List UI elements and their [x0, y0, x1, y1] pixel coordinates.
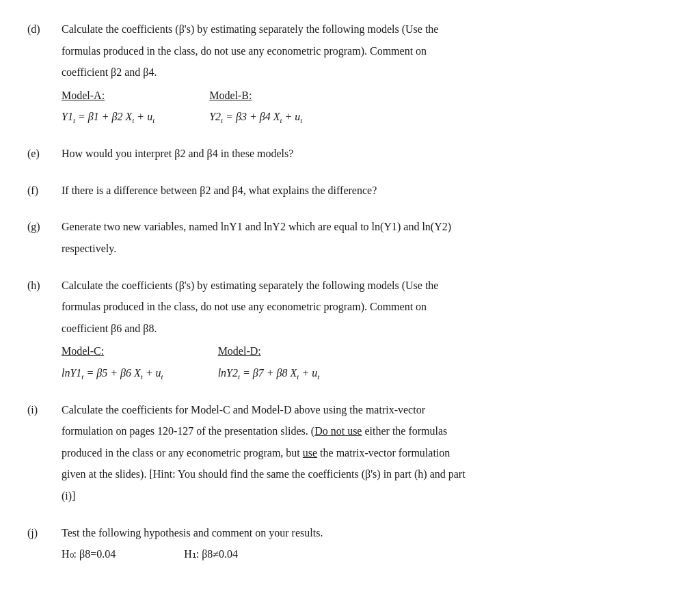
model-a-label: Model-A: — [62, 87, 154, 105]
question-g: (g) Generate two new variables, named ln… — [27, 218, 673, 261]
text-h2: formulas produced in the class, do not u… — [62, 298, 673, 316]
text-h3: coefficient β6 and β8. — [62, 320, 673, 338]
text-d2: formulas produced in the class, do not u… — [62, 42, 673, 60]
model-b-equation: Y2t = β3 + β4 Xt + ut — [209, 108, 302, 127]
content-h: Calculate the coefficients (β's) by esti… — [62, 277, 673, 386]
text-i2: formulation on pages 120-127 of the pres… — [62, 422, 673, 440]
content-e: How would you interpret β2 and β4 in the… — [62, 145, 673, 167]
text-i3: produced in the class or any econometric… — [62, 444, 673, 462]
model-c-col: Model-C: lnY1t = β5 + β6 Xt + ut — [62, 342, 163, 383]
text-i3-prefix: produced in the class or any econometric… — [62, 447, 303, 459]
label-f: (f) — [27, 182, 62, 204]
model-c-equation: lnY1t = β5 + β6 Xt + ut — [62, 364, 163, 383]
text-i4: given at the slides). [Hint: You should … — [62, 465, 673, 483]
model-d-equation: lnY2t = β7 + β8 Xt + ut — [218, 364, 320, 383]
text-i3-suffix: the matrix-vector formulation — [317, 447, 450, 459]
model-d-label: Model-D: — [218, 342, 320, 360]
text-i5: (i)] — [62, 487, 673, 505]
h0: H₀: β8=0.04 — [62, 545, 116, 563]
text-g1: Generate two new variables, named lnY1 a… — [62, 218, 673, 236]
label-d: (d) — [27, 21, 62, 130]
model-b-label: Model-B: — [209, 87, 302, 105]
question-i: (i) Calculate the coefficients for Model… — [27, 401, 673, 509]
model-a-equation: Y1t = β1 + β2 Xt + ut — [62, 108, 154, 127]
model-c-label: Model-C: — [62, 342, 163, 360]
question-f: (f) If there is a difference between β2 … — [27, 182, 673, 204]
content-i: Calculate the coefficients for Model-C a… — [62, 401, 673, 509]
h1: H₁: β8≠0.04 — [184, 545, 238, 563]
text-g2: respectively. — [62, 240, 673, 258]
question-j: (j) Test the following hypothesis and co… — [27, 524, 673, 563]
model-a-col: Model-A: Y1t = β1 + β2 Xt + ut — [62, 87, 154, 127]
text-e: How would you interpret β2 and β4 in the… — [62, 145, 673, 163]
content-g: Generate two new variables, named lnY1 a… — [62, 218, 673, 261]
model-b-col: Model-B: Y2t = β3 + β4 Xt + ut — [209, 87, 302, 127]
question-e: (e) How would you interpret β2 and β4 in… — [27, 145, 673, 167]
text-h1: Calculate the coefficients (β's) by esti… — [62, 277, 673, 295]
text-i2-underline: Do not use — [314, 425, 362, 437]
models-row-d: Model-A: Y1t = β1 + β2 Xt + ut Model-B: … — [62, 87, 673, 127]
label-i: (i) — [27, 401, 62, 509]
hypothesis-row: H₀: β8=0.04 H₁: β8≠0.04 — [62, 545, 673, 563]
text-j: Test the following hypothesis and commen… — [62, 524, 673, 542]
label-h: (h) — [27, 277, 62, 386]
text-i1: Calculate the coefficients for Model-C a… — [62, 401, 673, 419]
question-h: (h) Calculate the coefficients (β's) by … — [27, 277, 673, 386]
text-i3-underline: use — [303, 447, 317, 459]
model-d-col: Model-D: lnY2t = β7 + β8 Xt + ut — [218, 342, 320, 383]
question-d: (d) Calculate the coefficients (β's) by … — [27, 21, 673, 130]
label-g: (g) — [27, 218, 62, 261]
label-j: (j) — [27, 524, 62, 563]
text-d3: coefficient β2 and β4. — [62, 64, 673, 81]
text-i2-prefix: formulation on pages 120-127 of the pres… — [62, 425, 314, 437]
content-j: Test the following hypothesis and commen… — [62, 524, 673, 563]
label-e: (e) — [27, 145, 62, 167]
content-f: If there is a difference between β2 and … — [62, 182, 673, 204]
text-f: If there is a difference between β2 and … — [62, 182, 673, 200]
models-row-h: Model-C: lnY1t = β5 + β6 Xt + ut Model-D… — [62, 342, 673, 383]
content-d: Calculate the coefficients (β's) by esti… — [62, 21, 673, 130]
text-i2-suffix: either the formulas — [362, 425, 447, 437]
text-d1: Calculate the coefficients (β's) by esti… — [62, 21, 673, 38]
